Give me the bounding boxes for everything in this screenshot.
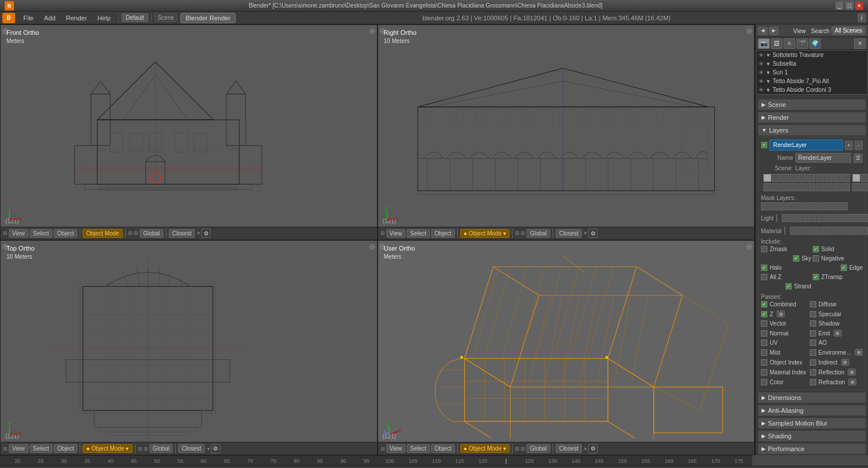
z-check[interactable] xyxy=(761,311,767,317)
light-cell-3[interactable] xyxy=(799,214,807,222)
dimensions-header[interactable]: ▶ Dimensions xyxy=(758,392,866,403)
mask-cell-1[interactable] xyxy=(761,202,769,210)
refraction-check[interactable] xyxy=(810,379,816,385)
layer-cell-1[interactable] xyxy=(852,174,860,182)
front-select-btn[interactable]: Select xyxy=(30,229,53,238)
reflection-extra-btn[interactable]: ⊞ xyxy=(848,369,856,376)
mask-cell-6[interactable] xyxy=(805,202,813,210)
motion-blur-header[interactable]: ▶ Sampled Motion Blur xyxy=(758,418,866,428)
scene-cell-11[interactable] xyxy=(763,183,771,191)
name-input[interactable] xyxy=(795,153,851,163)
material-color[interactable] xyxy=(784,227,785,235)
user-settings-icon[interactable]: ⚙ xyxy=(588,444,597,453)
panel-icon-render[interactable]: 🖼 xyxy=(771,38,782,49)
mat-cell-2[interactable] xyxy=(799,227,807,235)
menu-render[interactable]: Render xyxy=(61,13,91,23)
extra-info[interactable]: ℹ xyxy=(858,13,866,22)
scene-select[interactable]: Default xyxy=(122,13,148,22)
uv-check[interactable] xyxy=(761,340,767,346)
indirect-extra-btn[interactable]: ⊞ xyxy=(841,359,849,366)
viewport-right[interactable]: Right Ortho 10 Meters ⊕ ⊕ xyxy=(378,25,755,240)
panel-search-btn[interactable]: Search xyxy=(811,28,830,34)
scene-cell-1[interactable] xyxy=(763,174,771,182)
render-layer-check[interactable] xyxy=(761,142,767,148)
menu-help[interactable]: Help xyxy=(93,13,115,23)
negative-check[interactable] xyxy=(813,255,819,262)
vector-check[interactable] xyxy=(761,320,767,327)
menu-add[interactable]: Add xyxy=(40,13,61,23)
panel-view-btn[interactable]: View xyxy=(794,28,806,34)
outliner-item-4[interactable]: 👁 ▼ Tetto Abside Cordoni 3 xyxy=(756,85,867,94)
zmask-check[interactable] xyxy=(761,246,767,252)
user-closest-btn[interactable]: Closest xyxy=(556,444,582,453)
remove-layer-btn[interactable]: - xyxy=(855,141,863,150)
front-mode-btn[interactable]: Object Mode xyxy=(83,229,123,238)
front-settings-icon[interactable]: ⚙ xyxy=(201,228,211,238)
viewport-resize-tr[interactable]: ⊕ xyxy=(369,26,376,35)
panel-icon-layers[interactable]: ≡ xyxy=(784,38,795,49)
halo-check[interactable] xyxy=(761,265,767,271)
mask-cell-5[interactable] xyxy=(796,202,804,210)
front-global-btn[interactable]: Global xyxy=(140,229,163,238)
right-settings-icon[interactable]: ⚙ xyxy=(588,228,597,238)
scene-cell-5[interactable] xyxy=(798,174,806,182)
mat-cell-1[interactable] xyxy=(790,227,798,235)
right-view-btn[interactable]: View xyxy=(386,229,406,238)
mat-cell-5[interactable] xyxy=(825,227,833,235)
user-view-btn[interactable]: View xyxy=(386,444,406,453)
viewport-front[interactable]: Front Ortho Meters ⊕ ⊕ xyxy=(1,25,377,240)
mask-cell-4[interactable] xyxy=(787,202,795,210)
layer-cell-11[interactable] xyxy=(852,183,860,191)
outliner-item-2[interactable]: 👁 ▼ Sun 1 xyxy=(756,68,867,77)
mask-cell-7[interactable] xyxy=(813,202,821,210)
specular-check[interactable] xyxy=(810,311,816,317)
env-extra-btn[interactable]: ⊞ xyxy=(855,349,863,356)
light-cell-7[interactable] xyxy=(834,214,842,222)
mat-cell-3[interactable] xyxy=(807,227,816,235)
top-settings-icon[interactable]: ⚙ xyxy=(211,444,220,453)
layers-header[interactable]: ▼ Layers xyxy=(758,125,866,135)
render-header[interactable]: ▶ Render xyxy=(758,112,866,123)
panel-icon-scene[interactable]: 🎬 xyxy=(796,38,808,49)
scene-cell-6[interactable] xyxy=(807,174,815,182)
combined-check[interactable] xyxy=(761,301,767,308)
z-extra-btn[interactable]: ⊞ xyxy=(777,310,785,317)
mist-check[interactable] xyxy=(761,349,767,356)
viewport-right-resize-tr[interactable]: ⊕ xyxy=(746,26,753,35)
material-index-check[interactable] xyxy=(761,369,767,376)
light-cell-9[interactable] xyxy=(852,214,860,222)
scene-cell-18[interactable] xyxy=(824,183,833,191)
viewport-top-resize-tr[interactable]: ⊕ xyxy=(369,242,376,251)
mask-cell-10[interactable] xyxy=(839,202,848,210)
panel-right-icon[interactable]: ▶ xyxy=(769,27,778,35)
anti-aliasing-header[interactable]: ▶ Anti-Aliasing xyxy=(758,405,866,416)
light-cell-4[interactable] xyxy=(808,214,816,222)
environment-check[interactable] xyxy=(810,349,816,356)
scene-cell-9[interactable] xyxy=(833,174,841,182)
front-closest-btn[interactable]: Closest xyxy=(169,229,195,238)
edge-check[interactable] xyxy=(841,265,847,271)
scene-cell-13[interactable] xyxy=(781,183,789,191)
panel-icon-world[interactable]: 🌍 xyxy=(809,38,821,49)
shading-header[interactable]: ▶ Shading xyxy=(758,431,866,441)
render-layer-item[interactable]: RenderLayer xyxy=(769,140,843,151)
right-object-btn[interactable]: Object xyxy=(431,229,455,238)
scene-header[interactable]: ▶ Scene xyxy=(758,99,866,110)
scene-cell-20[interactable] xyxy=(842,183,850,191)
light-cell-8[interactable] xyxy=(843,214,851,222)
close-button[interactable]: ✕ xyxy=(855,2,863,10)
top-view-btn[interactable]: View xyxy=(9,444,29,453)
mat-cell-8[interactable] xyxy=(851,227,859,235)
color-check[interactable] xyxy=(761,379,767,385)
emit-check[interactable] xyxy=(810,330,816,337)
mat-cell-6[interactable] xyxy=(834,227,842,235)
scene-cell-8[interactable] xyxy=(824,174,833,182)
top-mode-btn[interactable]: ● Object Mode ▾ xyxy=(83,444,132,453)
sky-check[interactable] xyxy=(793,255,799,262)
panel-icon-camera[interactable]: 📷 xyxy=(758,38,770,49)
scene-cell-10[interactable] xyxy=(842,174,850,182)
scene-cell-7[interactable] xyxy=(816,174,824,182)
allz-check[interactable] xyxy=(761,274,767,280)
scene-outliner[interactable]: 👁 ▼ Sottotetto Travature 👁 ▼ Subsellia 👁… xyxy=(756,50,868,95)
panel-tab-all-scenes[interactable]: All Scenes xyxy=(831,26,866,35)
